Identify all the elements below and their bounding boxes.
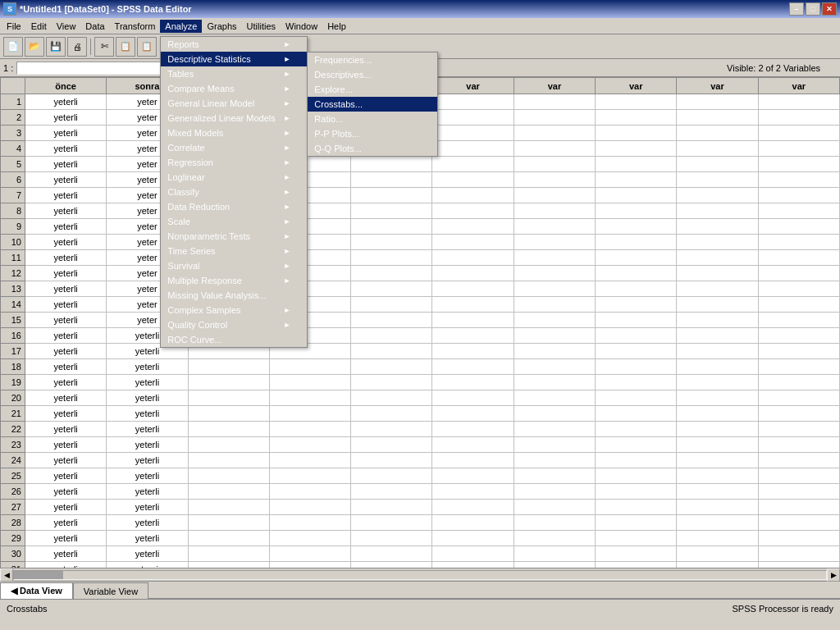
- cell-var[interactable]: [351, 188, 432, 203]
- cell-var[interactable]: [432, 297, 514, 313]
- cell-var[interactable]: [432, 546, 514, 562]
- cell-var[interactable]: [188, 531, 269, 546]
- scroll-left-arrow[interactable]: ◀: [0, 568, 13, 582]
- cell-var[interactable]: [677, 281, 758, 297]
- cell-once[interactable]: yeterli: [25, 437, 107, 453]
- cell-var[interactable]: [596, 188, 677, 203]
- cell-var[interactable]: [758, 235, 839, 250]
- cell-var[interactable]: [677, 500, 758, 515]
- menu-pp-plots[interactable]: P-P Plots...: [308, 126, 437, 141]
- cell-var[interactable]: [758, 172, 839, 188]
- cell-var[interactable]: [188, 437, 269, 453]
- cell-var[interactable]: [758, 219, 839, 235]
- cell-once[interactable]: yeterli: [25, 359, 107, 375]
- cell-sonra[interactable]: yeterli: [107, 359, 188, 375]
- menu-reports[interactable]: Reports ►: [161, 37, 307, 52]
- cell-var[interactable]: [677, 203, 758, 219]
- cell-var[interactable]: [758, 141, 839, 157]
- cell-var[interactable]: [351, 157, 432, 172]
- cell-var[interactable]: [596, 562, 677, 568]
- cell-var[interactable]: [188, 468, 269, 484]
- cell-sonra[interactable]: yeterli: [107, 468, 188, 484]
- cell-var[interactable]: [596, 500, 677, 515]
- cell-once[interactable]: yeterli: [25, 250, 107, 266]
- cell-var[interactable]: [596, 219, 677, 235]
- cell-var[interactable]: [351, 250, 432, 266]
- menu-view[interactable]: View: [52, 20, 81, 33]
- cell-var[interactable]: [188, 422, 269, 437]
- cell-var[interactable]: [596, 359, 677, 375]
- cell-var[interactable]: [758, 344, 839, 359]
- cell-var[interactable]: [188, 484, 269, 500]
- cell-var[interactable]: [677, 110, 758, 126]
- cell-var[interactable]: [351, 546, 432, 562]
- cell-var[interactable]: [677, 468, 758, 484]
- cell-var[interactable]: [677, 515, 758, 531]
- cell-var[interactable]: [596, 375, 677, 390]
- cell-var[interactable]: [188, 546, 269, 562]
- menu-roc-curve[interactable]: ROC Curve...: [161, 332, 307, 347]
- menu-loglinear[interactable]: Loglinear ►: [161, 170, 307, 185]
- cell-var[interactable]: [432, 344, 514, 359]
- cell-var[interactable]: [514, 375, 595, 390]
- cell-var[interactable]: [758, 546, 839, 562]
- cell-var[interactable]: [432, 203, 514, 219]
- cell-sonra[interactable]: yeterli: [107, 390, 188, 406]
- cell-var[interactable]: [677, 453, 758, 468]
- menu-classify[interactable]: Classify ►: [161, 185, 307, 199]
- cell-once[interactable]: yeterli: [25, 406, 107, 422]
- cell-var[interactable]: [677, 297, 758, 313]
- cell-var[interactable]: [677, 219, 758, 235]
- cell-once[interactable]: yeterli: [25, 468, 107, 484]
- cell-once[interactable]: yeterli: [25, 126, 107, 141]
- cell-var[interactable]: [514, 390, 595, 406]
- cell-var[interactable]: [514, 453, 595, 468]
- cell-var[interactable]: [432, 531, 514, 546]
- cell-once[interactable]: yeterli: [25, 546, 107, 562]
- cell-var[interactable]: [269, 468, 350, 484]
- cell-var[interactable]: [432, 126, 514, 141]
- cell-var[interactable]: [677, 484, 758, 500]
- cell-var[interactable]: [677, 437, 758, 453]
- cell-once[interactable]: yeterli: [25, 157, 107, 172]
- cell-var[interactable]: [596, 453, 677, 468]
- cell-var[interactable]: [758, 484, 839, 500]
- cell-var[interactable]: [351, 531, 432, 546]
- col-header-var5[interactable]: var: [514, 78, 595, 94]
- cell-once[interactable]: yeterli: [25, 453, 107, 468]
- menu-utilities[interactable]: Utilities: [242, 20, 281, 33]
- cell-var[interactable]: [351, 375, 432, 390]
- cell-once[interactable]: yeterli: [25, 484, 107, 500]
- cell-var[interactable]: [432, 250, 514, 266]
- cell-var[interactable]: [351, 453, 432, 468]
- cell-var[interactable]: [596, 141, 677, 157]
- cell-var[interactable]: [596, 328, 677, 344]
- cell-var[interactable]: [514, 359, 595, 375]
- col-header-once[interactable]: önce: [25, 78, 107, 94]
- cell-var[interactable]: [432, 172, 514, 188]
- cell-var[interactable]: [514, 94, 595, 110]
- cell-var[interactable]: [432, 110, 514, 126]
- cell-var[interactable]: [188, 562, 269, 568]
- cell-var[interactable]: [677, 172, 758, 188]
- cell-var[interactable]: [514, 422, 595, 437]
- cell-var[interactable]: [514, 344, 595, 359]
- cell-sonra[interactable]: yeterli: [107, 437, 188, 453]
- cell-var[interactable]: [677, 406, 758, 422]
- cell-once[interactable]: yeterli: [25, 188, 107, 203]
- cell-var[interactable]: [596, 157, 677, 172]
- cell-var[interactable]: [677, 313, 758, 328]
- cell-var[interactable]: [432, 281, 514, 297]
- cell-var[interactable]: [596, 390, 677, 406]
- scroll-right-arrow[interactable]: ▶: [827, 568, 840, 582]
- cell-var[interactable]: [514, 328, 595, 344]
- col-header-var8[interactable]: var: [758, 78, 839, 94]
- cell-var[interactable]: [432, 562, 514, 568]
- menu-descriptive-stats[interactable]: Descriptive Statistics ► Frequencies... …: [161, 52, 307, 66]
- cell-var[interactable]: [677, 157, 758, 172]
- cell-var[interactable]: [514, 235, 595, 250]
- menu-scale[interactable]: Scale ►: [161, 214, 307, 229]
- cell-var[interactable]: [596, 297, 677, 313]
- cell-var[interactable]: [432, 266, 514, 281]
- cell-var[interactable]: [596, 281, 677, 297]
